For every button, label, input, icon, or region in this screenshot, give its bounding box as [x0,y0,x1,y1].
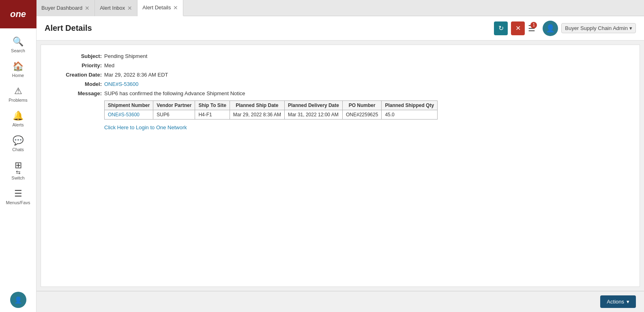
priority-label: Priority: [53,62,102,68]
menus-icon: ☰ [14,188,22,199]
sidebar-bottom-avatar[interactable]: 👤 [10,292,26,308]
cell-po-number: ONE#2259625 [342,110,381,120]
home-icon: 🏠 [13,61,24,72]
tab-label-alert-details: Alert Details [142,4,171,11]
app-logo[interactable]: one [0,0,36,28]
actions-label: Actions [607,299,624,305]
chats-icon: 💬 [13,135,24,146]
page-title: Alert Details [45,24,494,33]
actions-button[interactable]: Actions ▾ [600,295,636,308]
table-row: ONE#S-53600 SUP6 H4-F1 Mar 29, 2022 8:36… [105,110,438,120]
switch-icon-wrap: ⊞ ⇆ [15,160,22,175]
sidebar-label-chats: Chats [12,147,24,152]
sidebar-item-home[interactable]: 🏠 Home [0,57,36,82]
alerts-icon: 🔔 [13,111,24,121]
col-planned-ship-date: Planned Ship Date [230,101,284,110]
cell-shipment-number[interactable]: ONE#S-53600 [105,110,153,120]
sidebar-label-switch: Switch [11,175,24,180]
asn-title: SUP6 has confirmed the following Advance… [104,90,438,96]
model-row: Model: ONE#S-53600 [53,81,627,87]
close-icon: ✕ [515,24,521,32]
tab-label-alert-inbox: Alert Inbox [100,5,125,11]
message-section: Message: SUP6 has confirmed the followin… [53,90,627,130]
col-vendor-partner: Vendor Partner [153,101,195,110]
model-label: Model: [53,81,102,87]
refresh-icon: ↻ [498,24,504,32]
user-section: 👤 Buyer Supply Chain Admin ▾ [543,21,636,36]
subject-row: Subject: Pending Shipment [53,53,627,59]
sidebar-item-search[interactable]: 🔍 Search [0,32,36,57]
content-area: Subject: Pending Shipment Priority: Med … [36,41,644,291]
creation-date-label: Creation Date: [53,72,102,78]
avatar-image: 👤 [546,24,555,33]
tab-close-buyer-dashboard[interactable]: ✕ [85,5,90,11]
sidebar-label-alerts: Alerts [12,122,24,127]
sidebar-item-chats[interactable]: 💬 Chats [0,131,36,156]
col-po-number: PO Number [342,101,381,110]
header-actions: ↻ ✕ ☰ 1 👤 Buyer Supply Chain Admin ▾ [494,21,636,36]
shipment-table-header: Shipment Number Vendor Partner Ship To S… [105,101,438,110]
page-header: Alert Details ↻ ✕ ☰ 1 👤 Buyer Supply Cha… [36,16,644,41]
sidebar: one 🔍 Search 🏠 Home ⚠ Problems 🔔 Alerts … [0,0,36,312]
message-body: SUP6 has confirmed the following Advance… [104,90,438,130]
tab-alert-inbox[interactable]: Alert Inbox ✕ [95,0,137,16]
actions-arrow-icon: ▾ [627,299,629,305]
tab-buyer-dashboard[interactable]: Buyer Dashboard ✕ [36,0,95,16]
tab-close-alert-inbox[interactable]: ✕ [127,5,132,11]
subject-value: Pending Shipment [104,53,147,59]
col-planned-shipped-qty: Planned Shipped Qty [382,101,438,110]
problems-icon: ⚠ [14,86,22,96]
cell-planned-ship-date: Mar 29, 2022 8:36 AM [230,110,284,120]
creation-date-row: Creation Date: Mar 29, 2022 8:36 AM EDT [53,72,627,78]
model-link[interactable]: ONE#S-53600 [104,81,139,87]
creation-date-value: Mar 29, 2022 8:36 AM EDT [104,72,168,78]
shipment-table-body: ONE#S-53600 SUP6 H4-F1 Mar 29, 2022 8:36… [105,110,438,120]
notification-button[interactable]: ☰ 1 [528,24,535,33]
alert-detail-panel: Subject: Pending Shipment Priority: Med … [41,45,640,287]
cell-ship-to-site: H4-F1 [195,110,230,120]
user-name: Buyer Supply Chain Admin [565,25,628,31]
login-link[interactable]: Click Here to Login to One Network [104,124,187,130]
close-button[interactable]: ✕ [511,21,525,35]
user-avatar: 👤 [543,21,558,36]
logo-text: one [10,9,26,19]
sidebar-item-alerts[interactable]: 🔔 Alerts [0,107,36,131]
user-dropdown[interactable]: Buyer Supply Chain Admin ▾ [561,23,636,33]
message-label: Message: [53,90,102,96]
main-area: Buyer Dashboard ✕ Alert Inbox ✕ Alert De… [36,0,644,312]
sidebar-label-home: Home [12,73,24,78]
col-planned-delivery-date: Planned Delivery Date [284,101,342,110]
shipment-table: Shipment Number Vendor Partner Ship To S… [104,100,438,120]
col-shipment-number: Shipment Number [105,101,153,110]
avatar-icon: 👤 [14,296,22,304]
search-icon: 🔍 [13,36,24,47]
sidebar-label-search: Search [11,48,25,53]
cell-planned-delivery-date: Mar 31, 2022 12:00 AM [284,110,342,120]
tab-alert-details[interactable]: Alert Details ✕ [137,0,183,16]
refresh-button[interactable]: ↻ [494,21,508,35]
dropdown-arrow-icon: ▾ [629,25,632,31]
col-ship-to-site: Ship To Site [195,101,230,110]
switch-icon-secondary: ⇆ [16,169,21,175]
page-footer: Actions ▾ [36,291,644,312]
priority-row: Priority: Med [53,62,627,68]
tab-bar: Buyer Dashboard ✕ Alert Inbox ✕ Alert De… [36,0,644,16]
tab-label-buyer-dashboard: Buyer Dashboard [41,5,82,11]
tab-close-alert-details[interactable]: ✕ [173,5,178,11]
header-row: Shipment Number Vendor Partner Ship To S… [105,101,438,110]
sidebar-item-menus[interactable]: ☰ Menus/Favs [0,184,36,209]
subject-label: Subject: [53,53,102,59]
cell-vendor-partner: SUP6 [153,110,195,120]
cell-planned-shipped-qty: 45.0 [382,110,438,120]
sidebar-item-switch[interactable]: ⊞ ⇆ Switch [0,156,36,184]
sidebar-item-problems[interactable]: ⚠ Problems [0,82,36,107]
priority-value: Med [104,62,114,68]
notification-badge: 1 [530,22,537,28]
sidebar-label-problems: Problems [9,98,27,103]
sidebar-label-menus: Menus/Favs [6,200,30,205]
sidebar-bottom: 👤 [10,292,26,312]
